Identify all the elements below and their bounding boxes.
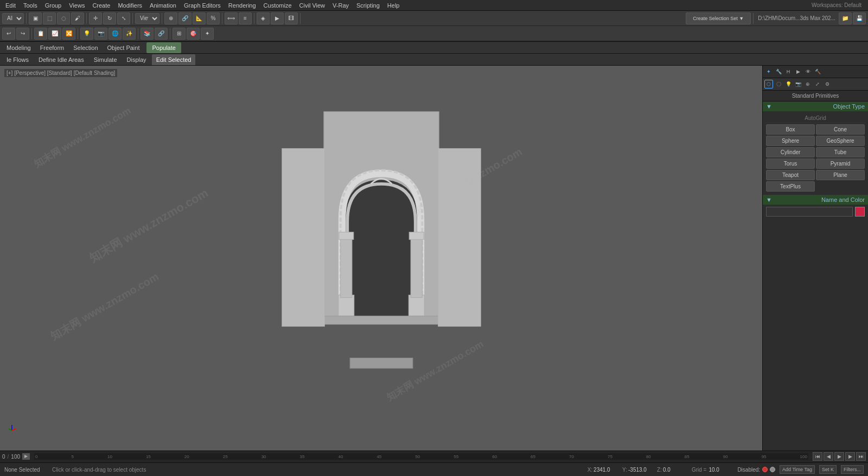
redo-btn[interactable]: ↪ bbox=[16, 28, 29, 40]
rp-icon-modify[interactable]: 🔧 bbox=[774, 67, 783, 76]
view-dropdown[interactable]: View bbox=[135, 13, 159, 24]
save-btn[interactable]: 💾 bbox=[853, 12, 866, 24]
anim-play[interactable]: ▶ bbox=[834, 452, 844, 461]
menu-item-graph-editors[interactable]: Graph Editors bbox=[181, 1, 224, 10]
rp-icon-motion[interactable]: ▶ bbox=[794, 67, 802, 76]
rp-icon-create[interactable]: ✦ bbox=[764, 67, 773, 76]
curve-editor-btn[interactable]: 📈 bbox=[48, 28, 61, 40]
object-name-input[interactable] bbox=[766, 207, 853, 217]
obj-props-btn[interactable]: 📋 bbox=[34, 28, 47, 40]
rp-icon-system[interactable]: ⚙ bbox=[823, 80, 832, 88]
tab-modeling[interactable]: Modeling bbox=[2, 42, 35, 53]
particles-btn[interactable]: ✦ bbox=[201, 28, 214, 40]
effects-btn[interactable]: ✨ bbox=[123, 28, 136, 40]
percent-snap-btn[interactable]: % bbox=[207, 12, 220, 24]
sub-tab-define-idle[interactable]: Define Idle Areas bbox=[34, 54, 88, 65]
object-type-header[interactable]: ▼ Object Type bbox=[763, 101, 868, 111]
tab-object-paint[interactable]: Object Paint bbox=[103, 42, 144, 53]
tab-selection[interactable]: Selection bbox=[69, 42, 102, 53]
btn-textplus[interactable]: TextPlus bbox=[766, 181, 815, 192]
rp-icon-geo[interactable]: ⬡ bbox=[764, 80, 773, 88]
rp-icon-hierarchy[interactable]: H bbox=[784, 67, 793, 76]
sub-tab-display[interactable]: Display bbox=[123, 54, 151, 65]
align-btn[interactable]: ≡ bbox=[239, 12, 252, 24]
menu-item-views[interactable]: Views bbox=[66, 1, 88, 10]
rp-icon-display[interactable]: 👁 bbox=[803, 67, 812, 76]
timeline-track[interactable]: 0510152025303540455055606570758085909510… bbox=[34, 453, 808, 460]
btn-tube[interactable]: Tube bbox=[816, 147, 865, 157]
rp-icon-shape[interactable]: 〇 bbox=[774, 80, 783, 88]
btn-sphere[interactable]: Sphere bbox=[766, 136, 815, 146]
sub-tab-ie-flows[interactable]: Ie Flows bbox=[2, 54, 33, 65]
menu-item-scripting[interactable]: Scripting bbox=[353, 1, 383, 10]
btn-pyramid[interactable]: Pyramid bbox=[816, 158, 865, 169]
menu-item-help[interactable]: Help bbox=[384, 1, 403, 10]
menu-item-create[interactable]: Create bbox=[89, 1, 113, 10]
menu-item-edit[interactable]: Edit bbox=[2, 1, 19, 10]
angle-snap-btn[interactable]: 📐 bbox=[193, 12, 206, 24]
main-area: [+] [Perspective] [Standard] [Default Sh… bbox=[0, 66, 868, 450]
schematic-btn[interactable]: 🔀 bbox=[62, 28, 75, 40]
rp-icon-utilities[interactable]: 🔨 bbox=[813, 67, 822, 76]
btn-box[interactable]: Box bbox=[766, 124, 815, 135]
filters-btn[interactable]: Filters... bbox=[841, 465, 864, 474]
render-frame-btn[interactable]: 🎞 bbox=[285, 12, 298, 24]
btn-teapot[interactable]: Teapot bbox=[766, 170, 815, 180]
standard-lights-btn[interactable]: 💡 bbox=[80, 28, 93, 40]
environment-btn[interactable]: 🌐 bbox=[108, 28, 122, 40]
scale-btn[interactable]: ⤡ bbox=[117, 12, 130, 24]
move-btn[interactable]: ✛ bbox=[89, 12, 102, 24]
layer-btn[interactable]: 📚 bbox=[141, 28, 154, 40]
menu-item-civil[interactable]: Civil View bbox=[296, 1, 328, 10]
lasso-btn[interactable]: ◌ bbox=[57, 12, 70, 24]
sub-tab-simulate[interactable]: Simulate bbox=[90, 54, 122, 65]
btn-cone[interactable]: Cone bbox=[816, 124, 865, 135]
xref-btn[interactable]: 🔗 bbox=[155, 28, 168, 40]
menu-item-modifiers[interactable]: Modifiers bbox=[114, 1, 145, 10]
select-btn[interactable]: ▣ bbox=[29, 12, 42, 24]
sub-tab-edit-selected[interactable]: Edit Selected bbox=[152, 54, 196, 65]
snap-btn[interactable]: 🔗 bbox=[178, 12, 192, 24]
material-editor-btn[interactable]: ◈ bbox=[257, 12, 270, 24]
add-time-tag-btn[interactable]: Add Time Tag bbox=[780, 465, 815, 474]
anim-next-frame[interactable]: ▶ bbox=[845, 452, 855, 461]
rp-icon-warp[interactable]: ⤢ bbox=[813, 80, 822, 88]
btn-plane[interactable]: Plane bbox=[816, 170, 865, 180]
menu-item-animation[interactable]: Animation bbox=[146, 1, 180, 10]
rotate-btn[interactable]: ↻ bbox=[103, 12, 116, 24]
select-region-btn[interactable]: ⬚ bbox=[43, 12, 56, 24]
anim-go-start[interactable]: ⏮ bbox=[813, 452, 822, 461]
viewport[interactable]: [+] [Perspective] [Standard] [Default Sh… bbox=[0, 66, 762, 450]
rp-icon-cam[interactable]: 📷 bbox=[794, 80, 802, 88]
open-btn[interactable]: 📁 bbox=[839, 12, 852, 24]
grid-btn[interactable]: ⊞ bbox=[173, 28, 186, 40]
anim-go-end[interactable]: ⏭ bbox=[856, 452, 866, 461]
set-key-btn[interactable]: Set K bbox=[819, 465, 837, 474]
render-btn[interactable]: ▶ bbox=[271, 12, 284, 24]
rp-icon-helper[interactable]: ⊕ bbox=[803, 80, 812, 88]
mode-dropdown[interactable]: All bbox=[2, 13, 24, 24]
camera-btn[interactable]: 📷 bbox=[94, 28, 107, 40]
expand-timeline-btn[interactable]: ▶ bbox=[22, 453, 30, 460]
paint-select-btn[interactable]: 🖌 bbox=[71, 12, 84, 24]
btn-torus[interactable]: Torus bbox=[766, 158, 815, 169]
helpers-btn[interactable]: 🎯 bbox=[187, 28, 200, 40]
menu-item-group[interactable]: Group bbox=[42, 1, 65, 10]
anim-prev-frame[interactable]: ◀ bbox=[824, 452, 833, 461]
mirror-btn[interactable]: ⟺ bbox=[225, 12, 238, 24]
color-swatch[interactable] bbox=[855, 207, 865, 217]
undo-btn[interactable]: ↩ bbox=[2, 28, 15, 40]
tab-freeform[interactable]: Freeform bbox=[36, 42, 69, 53]
btn-cylinder[interactable]: Cylinder bbox=[766, 147, 815, 157]
timeline[interactable]: 0 / 100 ▶ 051015202530354045505560657075… bbox=[0, 451, 868, 463]
menu-item-vray[interactable]: V-Ray bbox=[329, 1, 352, 10]
btn-geosphere[interactable]: GeoSphere bbox=[816, 136, 865, 146]
rp-icon-light[interactable]: 💡 bbox=[784, 80, 793, 88]
menu-item-tools[interactable]: Tools bbox=[20, 1, 41, 10]
pivot-btn[interactable]: ⊕ bbox=[164, 12, 177, 24]
menu-item-customize[interactable]: Customize bbox=[260, 1, 295, 10]
tab-populate[interactable]: Populate bbox=[146, 42, 181, 53]
menu-item-rendering[interactable]: Rendering bbox=[225, 1, 259, 10]
name-color-header[interactable]: ▼ Name and Color bbox=[763, 195, 868, 205]
create-set-btn[interactable]: Create Selection Set ▼ bbox=[686, 12, 751, 24]
